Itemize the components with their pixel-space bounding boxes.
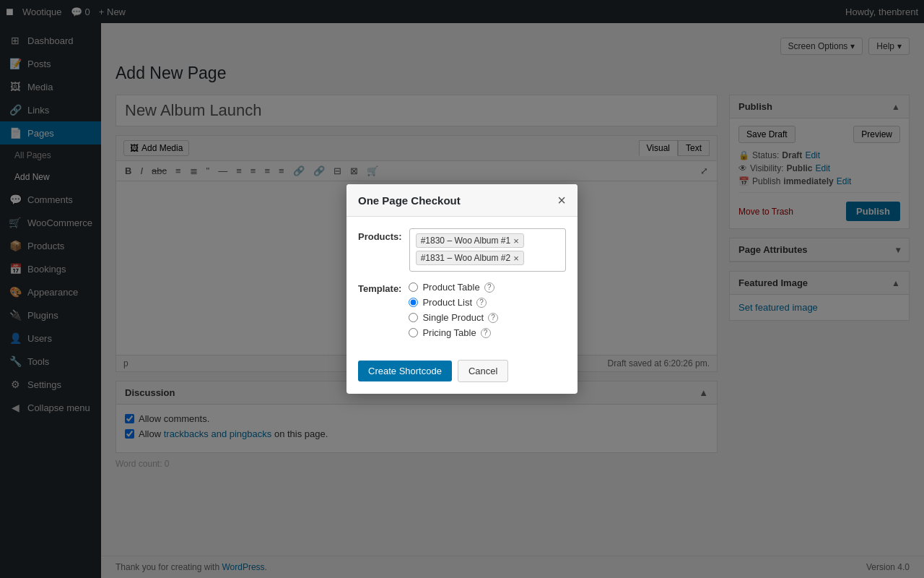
radio-product-list: Product List ? [409, 297, 498, 308]
radio-single-product-input[interactable] [409, 313, 418, 322]
modal-body: Products: #1830 – Woo Album #1 × #1831 –… [346, 217, 578, 354]
create-shortcode-button[interactable]: Create Shortcode [358, 361, 452, 381]
modal-header: One Page Checkout × [346, 184, 578, 217]
radio-product-list-input[interactable] [409, 298, 418, 307]
radio-single-product-label: Single Product [422, 312, 484, 323]
tag-1831-remove[interactable]: × [513, 254, 519, 263]
radio-product-table-label: Product Table [422, 282, 479, 293]
product-list-help-icon[interactable]: ? [476, 298, 487, 308]
pricing-table-help-icon[interactable]: ? [481, 328, 491, 338]
tag-1831: #1831 – Woo Album #2 × [416, 251, 524, 265]
products-label: Products: [358, 228, 402, 242]
products-field: Products: #1830 – Woo Album #1 × #1831 –… [358, 228, 566, 272]
product-table-help-icon[interactable]: ? [484, 282, 494, 293]
radio-single-product: Single Product ? [409, 312, 498, 323]
modal-overlay[interactable]: One Page Checkout × Products: #1830 – Wo… [0, 0, 924, 578]
products-tags-input[interactable]: #1830 – Woo Album #1 × #1831 – Woo Album… [409, 228, 566, 272]
tag-1830-label: #1830 – Woo Album #1 [421, 236, 511, 246]
radio-product-table-input[interactable] [409, 282, 418, 292]
radio-pricing-table: Pricing Table ? [409, 327, 498, 338]
tag-1830-remove[interactable]: × [513, 236, 519, 246]
radio-product-list-label: Product List [422, 297, 472, 308]
template-label: Template: [358, 282, 401, 294]
template-field: Template: Product Table ? Product List ? [358, 282, 566, 342]
radio-pricing-table-label: Pricing Table [422, 327, 476, 338]
radio-pricing-table-input[interactable] [409, 328, 418, 337]
radio-product-table: Product Table ? [409, 282, 498, 293]
cancel-button[interactable]: Cancel [458, 360, 508, 382]
modal-close-button[interactable]: × [557, 193, 566, 207]
tag-1831-label: #1831 – Woo Album #2 [421, 253, 511, 263]
modal-title: One Page Checkout [358, 194, 461, 207]
template-options: Product Table ? Product List ? Single Pr… [409, 282, 498, 342]
one-page-checkout-modal: One Page Checkout × Products: #1830 – Wo… [346, 184, 578, 394]
single-product-help-icon[interactable]: ? [488, 313, 498, 323]
modal-footer: Create Shortcode Cancel [346, 354, 578, 394]
tag-1830: #1830 – Woo Album #1 × [416, 233, 524, 248]
